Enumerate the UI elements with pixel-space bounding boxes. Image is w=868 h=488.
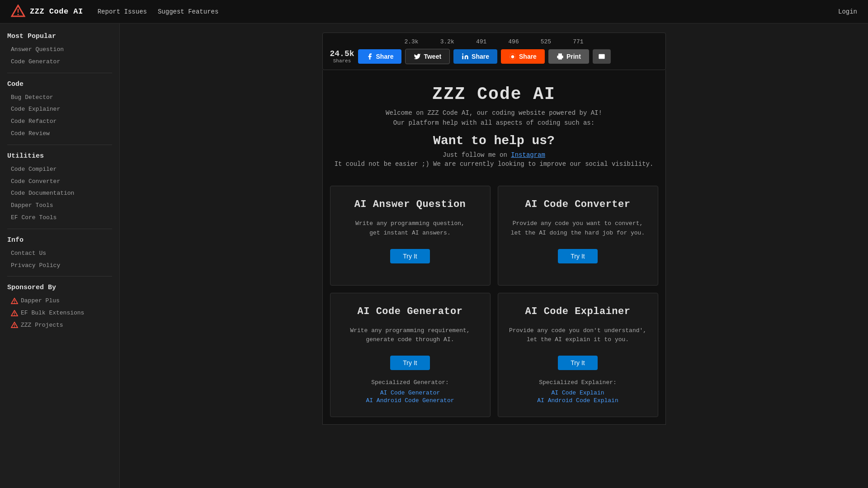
total-shares: 24.5k Shares — [330, 49, 354, 64]
card-desc-2: Write any programming requirement, gener… — [341, 326, 479, 345]
nav-login-button[interactable]: Login — [838, 8, 857, 15]
sidebar-item-code-explainer[interactable]: Code Explainer — [7, 103, 112, 116]
cards-grid: AI Answer Question Write any programming… — [330, 186, 658, 417]
card-title-0: AI Answer Question — [341, 199, 479, 210]
card-btn-0[interactable]: Try It — [390, 249, 429, 263]
instagram-link[interactable]: Instagram — [511, 151, 545, 159]
card-title-1: AI Code Converter — [509, 199, 647, 210]
sidebar-divider-3 — [7, 229, 112, 229]
dapper-icon — [11, 298, 18, 305]
card-btn-2[interactable]: Try It — [390, 356, 429, 370]
reddit-icon — [509, 53, 516, 60]
hero-section: ZZZ Code AI Welcome on ZZZ Code AI, our … — [322, 70, 666, 178]
main-content: 2.3k 3.2k 491 496 525 771 24.5k Shares S… — [120, 23, 868, 488]
count-print: 525 — [541, 38, 551, 45]
svg-point-11 — [14, 326, 15, 327]
hero-help-title: Want to help us? — [332, 134, 656, 148]
sidebar-item-dapper-tools[interactable]: Dapper Tools — [7, 200, 112, 212]
card-desc-0: Write any programming question, get inst… — [341, 219, 479, 238]
nav-links: Report Issues Suggest Features — [98, 8, 838, 15]
sidebar-item-answer-question[interactable]: Answer Question — [7, 44, 112, 56]
linkedin-share-button[interactable]: Share — [453, 49, 497, 64]
reddit-label: Share — [519, 53, 537, 60]
svg-point-8 — [14, 314, 15, 315]
facebook-label: Share — [376, 53, 394, 60]
facebook-icon — [366, 53, 373, 60]
linkedin-icon — [462, 53, 469, 60]
twitter-icon — [414, 53, 421, 60]
card-answer-question: AI Answer Question Write any programming… — [330, 186, 491, 286]
navbar: ZZZ Code AI Report Issues Suggest Featur… — [0, 0, 868, 23]
svg-point-13 — [462, 53, 463, 55]
print-button[interactable]: Print — [548, 49, 589, 64]
hero-subtitle1: Welcome on ZZZ Code AI, our coding websi… — [332, 109, 656, 117]
card-specialized-2: Specialized Generator: — [341, 379, 479, 386]
hero-follow-text: Just follow me on — [443, 151, 507, 159]
page-layout: Most Popular Answer Question Code Genera… — [0, 23, 868, 488]
facebook-share-button[interactable]: Share — [358, 49, 402, 64]
card-specialized-3: Specialized Explainer: — [509, 379, 647, 386]
sidebar-item-code-compiler[interactable]: Code Compiler — [7, 164, 112, 176]
card-title-3: AI Code Explainer — [509, 306, 647, 317]
print-icon — [557, 53, 564, 60]
share-bar: 2.3k 3.2k 491 496 525 771 24.5k Shares S… — [322, 33, 666, 70]
reddit-share-button[interactable]: Share — [501, 49, 545, 64]
twitter-label: Tweet — [424, 53, 441, 60]
sidebar-item-contact-us[interactable]: Contact Us — [7, 248, 112, 260]
sidebar-divider-1 — [7, 73, 112, 73]
card-link-2-1[interactable]: AI Android Code Generator — [341, 397, 479, 404]
sidebar-item-zzz-projects[interactable]: ZZZ Projects — [7, 319, 112, 332]
sidebar: Most Popular Answer Question Code Genera… — [0, 23, 120, 488]
hero-follow: Just follow me on Instagram — [332, 151, 656, 159]
content-wrapper: 2.3k 3.2k 491 496 525 771 24.5k Shares S… — [322, 33, 666, 479]
svg-rect-15 — [558, 57, 562, 59]
sidebar-item-ef-core-tools[interactable]: EF Core Tools — [7, 212, 112, 224]
sidebar-item-privacy-policy[interactable]: Privacy Policy — [7, 260, 112, 272]
nav-link-report[interactable]: Report Issues — [98, 8, 147, 15]
nav-logo[interactable]: ZZZ Code AI — [11, 5, 83, 19]
email-icon — [598, 53, 605, 60]
card-links-2: AI Code Generator AI Android Code Genera… — [341, 389, 479, 404]
card-code-explainer: AI Code Explainer Provide any code you d… — [498, 293, 658, 418]
sidebar-section-utilities: Utilities — [7, 152, 112, 160]
share-counts: 2.3k 3.2k 491 496 525 771 — [330, 38, 658, 45]
card-btn-1[interactable]: Try It — [558, 249, 597, 263]
svg-point-2 — [18, 14, 19, 15]
shares-count: 24.5k — [330, 49, 354, 58]
sidebar-divider-2 — [7, 145, 112, 145]
print-label: Print — [566, 53, 581, 60]
card-desc-1: Provide any code you want to convert, le… — [509, 219, 647, 238]
sidebar-section-most-popular: Most Popular — [7, 33, 112, 40]
hero-title: ZZZ Code AI — [332, 84, 656, 104]
sidebar-item-bug-detector[interactable]: Bug Detector — [7, 92, 112, 104]
twitter-share-button[interactable]: Tweet — [405, 49, 450, 64]
sidebar-item-dapper-plus[interactable]: Dapper Plus — [7, 295, 112, 307]
zzz-projects-icon — [11, 322, 18, 329]
sidebar-item-code-review[interactable]: Code Review — [7, 128, 112, 140]
shares-label: Shares — [333, 58, 351, 64]
card-code-generator: AI Code Generator Write any programming … — [330, 293, 491, 418]
card-code-converter: AI Code Converter Provide any code you w… — [498, 186, 658, 286]
count-email: 771 — [573, 38, 583, 45]
card-link-3-0[interactable]: AI Code Explain — [509, 389, 647, 396]
sidebar-item-ef-bulk[interactable]: EF Bulk Extensions — [7, 307, 112, 319]
card-title-2: AI Code Generator — [341, 306, 479, 317]
count-reddit: 496 — [508, 38, 519, 45]
cards-section: AI Answer Question Write any programming… — [322, 178, 666, 425]
sidebar-section-sponsored: Sponsored By — [7, 284, 112, 291]
nav-link-suggest[interactable]: Suggest Features — [158, 8, 218, 15]
card-btn-3[interactable]: Try It — [558, 356, 597, 370]
email-button[interactable] — [593, 49, 611, 64]
card-link-3-1[interactable]: AI Android Code Explain — [509, 397, 647, 404]
hero-subtitle2: Our platform help with all aspects of co… — [332, 119, 656, 127]
card-link-2-0[interactable]: AI Code Generator — [341, 389, 479, 396]
sidebar-item-code-documentation[interactable]: Code Documentation — [7, 188, 112, 200]
share-buttons: 24.5k Shares Share Tweet Share — [330, 49, 658, 64]
sidebar-item-code-refactor[interactable]: Code Refactor — [7, 116, 112, 128]
hero-visibility: It could not be easier ;) We are current… — [332, 160, 656, 168]
sidebar-item-code-converter[interactable]: Code Converter — [7, 176, 112, 188]
nav-title: ZZZ Code AI — [30, 7, 83, 16]
sidebar-section-info: Info — [7, 236, 112, 244]
sidebar-item-code-generator[interactable]: Code Generator — [7, 56, 112, 68]
sidebar-section-code: Code — [7, 80, 112, 88]
